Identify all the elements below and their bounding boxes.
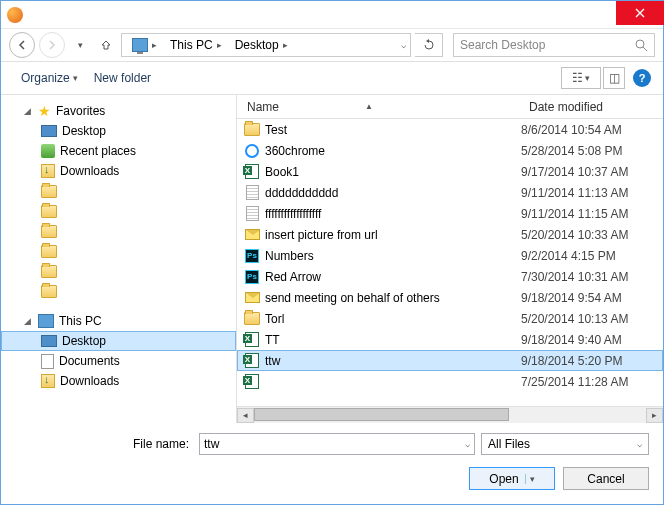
column-date[interactable]: Date modified [523,100,663,114]
file-row[interactable]: Torl5/20/2014 10:13 AM [237,308,663,329]
filename-input[interactable]: ttw⌵ [199,433,475,455]
file-date: 9/17/2014 10:37 AM [521,165,663,179]
sidebar-folder[interactable] [1,241,236,261]
file-name: send meeting on behalf of others [265,291,521,305]
sidebar-favorites[interactable]: ◢★Favorites [1,101,236,121]
sidebar-folder[interactable] [1,221,236,241]
file-row[interactable]: Book19/17/2014 10:37 AM [237,161,663,182]
sidebar-thispc[interactable]: ◢This PC [1,311,236,331]
search-input[interactable]: Search Desktop [453,33,655,57]
sidebar-item-pc-downloads[interactable]: Downloads [1,371,236,391]
organize-button[interactable]: Organize ▾ [13,67,86,89]
filename-label: File name: [15,437,193,451]
breadcrumb-desktop[interactable]: Desktop▸ [229,36,294,54]
nav-row: ▾ ▸ This PC▸ Desktop▸ ⌵ Search Desktop [1,29,663,61]
up-button[interactable] [95,34,117,56]
file-list[interactable]: Test8/6/2014 10:54 AM360chrome5/28/2014 … [237,119,663,406]
column-label: Date modified [529,100,603,114]
sidebar: ◢★Favorites Desktop Recent places Downlo… [1,95,237,423]
file-date: 5/28/2014 5:08 PM [521,144,663,158]
column-name[interactable]: Name▲ [237,100,523,114]
chevron-down-icon: ▾ [73,73,78,83]
chevron-down-icon[interactable]: ⌵ [465,439,470,449]
sidebar-label: Documents [59,354,120,368]
view-options-button[interactable]: ☷▾ [561,67,601,89]
refresh-icon [423,39,435,51]
sidebar-folder[interactable] [1,201,236,221]
mail-icon [245,229,260,240]
sidebar-folder[interactable] [1,281,236,301]
arrow-left-icon [17,40,27,50]
sidebar-item-recent[interactable]: Recent places [1,141,236,161]
column-label: Name [247,100,279,114]
folder-icon [244,123,260,136]
chevron-down-icon[interactable]: ⌵ [401,40,406,50]
downloads-icon [41,164,55,178]
help-button[interactable]: ? [633,69,651,87]
file-name: ddddddddddd [265,186,521,200]
file-row[interactable]: send meeting on behalf of others9/18/201… [237,287,663,308]
forward-button[interactable] [39,32,65,58]
file-row[interactable]: PsRed Arrow7/30/2014 10:31 AM [237,266,663,287]
file-row[interactable]: 360chrome5/28/2014 5:08 PM [237,140,663,161]
sidebar-item-documents[interactable]: Documents [1,351,236,371]
scroll-track[interactable] [254,408,646,423]
sidebar-label: Desktop [62,334,106,348]
file-name: Test [265,123,521,137]
preview-pane-button[interactable]: ◫ [603,67,625,89]
desktop-icon [41,335,57,347]
refresh-button[interactable] [415,33,443,57]
file-open-dialog: ▾ ▸ This PC▸ Desktop▸ ⌵ Search Desktop O… [0,0,664,505]
scroll-thumb[interactable] [254,408,509,421]
back-button[interactable] [9,32,35,58]
sidebar-folder[interactable] [1,261,236,281]
file-row[interactable]: Test8/6/2014 10:54 AM [237,119,663,140]
chevron-down-icon: ▾ [585,73,590,83]
file-name: TT [265,333,521,347]
sidebar-item-pc-desktop[interactable]: Desktop [1,331,236,351]
file-name: Numbers [265,249,521,263]
toolbar: Organize ▾ New folder ☷▾ ◫ ? [1,61,663,95]
desktop-icon [41,125,57,137]
file-name: Torl [265,312,521,326]
cancel-button[interactable]: Cancel [563,467,649,490]
sidebar-item-desktop[interactable]: Desktop [1,121,236,141]
scroll-right-button[interactable]: ▸ [646,408,663,423]
file-name: ffffffffffffffffff [265,207,521,221]
file-row[interactable]: insert picture from url5/20/2014 10:33 A… [237,224,663,245]
excel-icon [245,164,259,179]
file-row[interactable]: ffffffffffffffffff9/11/2014 11:15 AM [237,203,663,224]
file-row[interactable]: ttw9/18/2014 5:20 PM [237,350,663,371]
button-label: Open [489,472,518,486]
expand-icon: ◢ [21,106,33,116]
recent-locations-button[interactable]: ▾ [69,34,91,56]
firefox-icon [7,7,23,23]
breadcrumb-thispc[interactable]: This PC▸ [164,36,228,54]
breadcrumb-root-icon[interactable]: ▸ [126,36,163,54]
chevron-down-icon[interactable]: ▾ [525,474,535,484]
file-date: 5/20/2014 10:13 AM [521,312,663,326]
breadcrumb[interactable]: ▸ This PC▸ Desktop▸ ⌵ [121,33,411,57]
chevron-down-icon: ⌵ [637,439,642,449]
sidebar-item-downloads[interactable]: Downloads [1,161,236,181]
scroll-left-button[interactable]: ◂ [237,408,254,423]
documents-icon [41,354,54,369]
new-folder-button[interactable]: New folder [86,67,159,89]
filetype-select[interactable]: All Files⌵ [481,433,649,455]
close-button[interactable] [616,1,664,25]
folder-icon [41,285,57,298]
breadcrumb-label: Desktop [235,38,279,52]
file-row[interactable]: 7/25/2014 11:28 AM [237,371,663,392]
excel-icon [245,353,259,368]
pane-icon: ◫ [609,71,620,85]
sidebar-folder[interactable] [1,181,236,201]
search-placeholder: Search Desktop [460,38,635,52]
file-row[interactable]: ddddddddddd9/11/2014 11:13 AM [237,182,663,203]
sidebar-label: Favorites [56,104,105,118]
folder-icon [41,245,57,258]
recent-icon [41,144,55,158]
open-button[interactable]: Open▾ [469,467,555,490]
file-row[interactable]: PsNumbers9/2/2014 4:15 PM [237,245,663,266]
file-row[interactable]: TT9/18/2014 9:40 AM [237,329,663,350]
horizontal-scrollbar[interactable]: ◂ ▸ [237,406,663,423]
